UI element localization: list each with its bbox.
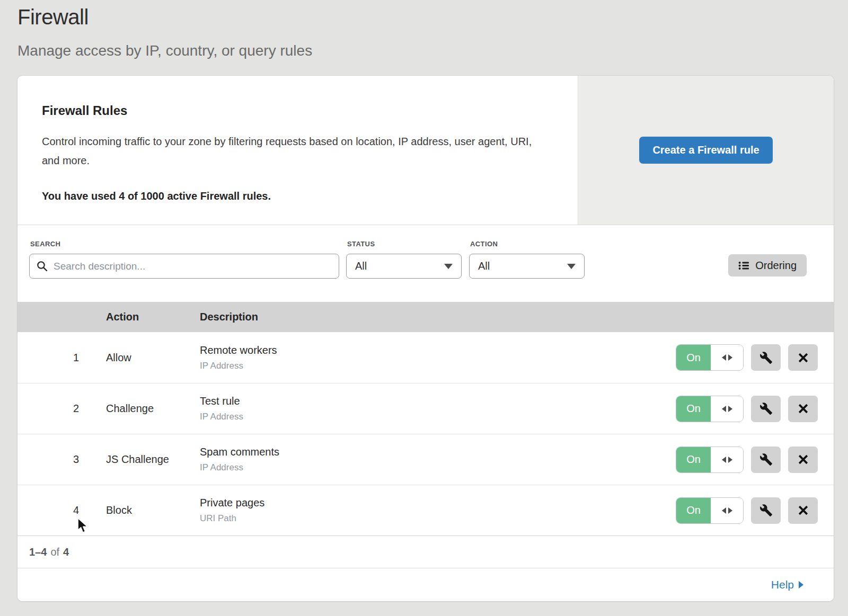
action-select[interactable]: All [469,254,585,279]
rule-action: JS Challenge [89,453,182,466]
rule-priority: 2 [17,403,89,415]
rule-controls: On [676,344,834,371]
rule-match-type: IP Address [200,462,676,473]
x-icon [797,504,809,516]
rule-enabled-toggle[interactable]: On [676,344,744,371]
rule-enabled-toggle[interactable]: On [676,447,744,473]
wrench-icon [759,453,773,466]
rule-controls: On [676,447,834,473]
rule-priority: 4 [17,504,89,516]
table-row: 1 Allow Remote workers IP Address On [17,332,834,383]
status-label: STATUS [347,240,462,248]
wrench-icon [759,504,773,517]
ordering-button-label: Ordering [755,260,797,272]
rule-description: Remote workers [200,344,676,356]
toggle-arrows-icon [711,396,743,422]
toggle-arrows-icon [711,447,743,472]
rule-priority: 3 [17,453,89,466]
page-title: Firewall [17,5,848,29]
ordered-list-icon [738,261,749,270]
status-select-value: All [355,260,367,272]
chevron-down-icon [444,264,453,269]
rule-description: Spam comments [200,446,676,458]
rule-description-cell: Private pages URI Path [182,497,676,524]
firewall-rules-card-text: Firewall Rules Control incoming traffic … [17,76,578,225]
rule-action: Allow [89,352,182,364]
page-subtitle: Manage access by IP, country, or query r… [17,42,848,59]
firewall-rules-card: Firewall Rules Control incoming traffic … [17,76,834,225]
delete-rule-button[interactable] [788,344,818,371]
edit-rule-button[interactable] [751,447,781,473]
search-input[interactable] [52,260,332,273]
create-firewall-rule-button[interactable]: Create a Firewall rule [639,137,772,164]
card-usage-count: You have used 4 of 1000 active Firewall … [42,190,541,202]
search-label: SEARCH [30,240,339,248]
chevron-down-icon [567,264,576,269]
description-column-header: Description [182,311,834,323]
filter-bar: SEARCH STATUS All ACTION All [17,225,834,302]
rule-controls: On [676,396,834,422]
rule-match-type: IP Address [200,361,676,371]
edit-rule-button[interactable] [751,497,781,524]
action-select-value: All [478,260,490,272]
rule-enabled-toggle[interactable]: On [676,396,744,422]
rule-description: Private pages [200,497,676,509]
delete-rule-button[interactable] [788,497,818,524]
rule-enabled-toggle[interactable]: On [676,497,744,524]
toggle-arrows-icon [711,498,743,523]
toggle-on-label: On [676,498,711,523]
rule-priority: 1 [17,352,89,364]
delete-rule-button[interactable] [788,447,818,473]
toggle-on-label: On [676,396,711,422]
table-row: 4 Block Private pages URI Path On [17,485,834,535]
card-heading: Firewall Rules [42,103,541,118]
table-row: 3 JS Challenge Spam comments IP Address … [17,434,834,485]
x-icon [797,403,809,415]
toggle-arrows-icon [711,345,743,370]
rule-description-cell: Remote workers IP Address [182,344,676,371]
rule-match-type: IP Address [200,412,676,422]
toggle-on-label: On [676,447,711,472]
action-label: ACTION [470,240,585,248]
pagination: 1–4 of 4 [17,535,834,568]
help-link-label: Help [771,578,794,591]
wrench-icon [759,351,773,364]
status-filter-group: STATUS All [346,240,462,279]
help-link[interactable]: Help [771,578,803,591]
status-select[interactable]: All [346,254,462,279]
page-header: Firewall Manage access by IP, country, o… [0,0,848,59]
action-filter-group: ACTION All [469,240,585,279]
search-icon [37,261,48,272]
edit-rule-button[interactable] [751,396,781,422]
rule-match-type: URI Path [200,513,676,524]
x-icon [797,453,809,466]
pagination-of: of [50,546,59,558]
search-input-wrapper [29,254,339,279]
rule-description: Test rule [200,395,676,407]
search-filter-group: SEARCH [29,240,339,279]
help-footer: Help [17,568,834,601]
rule-controls: On [676,497,834,524]
ordering-button[interactable]: Ordering [728,254,807,276]
card-description: Control incoming traffic to your zone by… [42,132,541,170]
table-header: Action Description [17,302,834,332]
rules-list: 1 Allow Remote workers IP Address On [17,332,834,535]
action-column-header: Action [89,311,182,323]
rule-description-cell: Test rule IP Address [182,395,676,422]
pagination-total: 4 [63,546,69,558]
arrow-right-icon [799,581,803,588]
delete-rule-button[interactable] [788,396,818,422]
edit-rule-button[interactable] [751,344,781,371]
pagination-range: 1–4 [29,546,47,558]
rule-description-cell: Spam comments IP Address [182,446,676,473]
x-icon [797,352,809,364]
toggle-on-label: On [676,345,711,370]
rule-action: Block [89,504,182,516]
create-rule-panel: Create a Firewall rule [578,76,834,225]
table-row: 2 Challenge Test rule IP Address On [17,383,834,434]
main-panel: Firewall Rules Control incoming traffic … [17,76,834,601]
wrench-icon [759,402,773,415]
rule-action: Challenge [89,403,182,415]
